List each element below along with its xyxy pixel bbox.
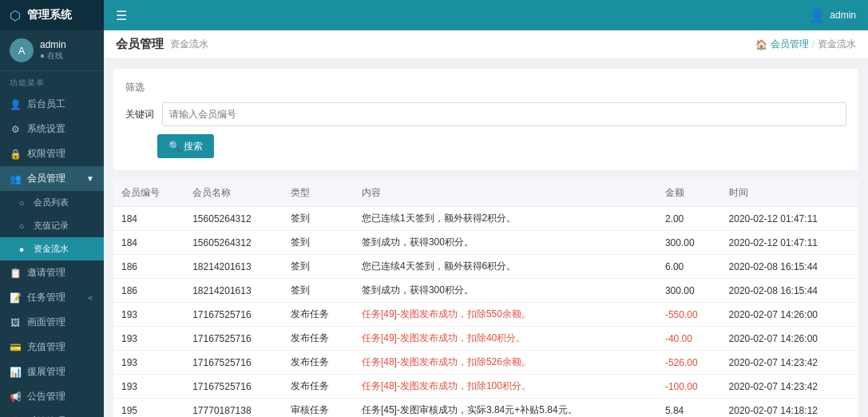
- members-icon: 👥: [10, 173, 21, 185]
- table-row: 18415605264312签到您已连续1天签到，额外获得2积分。2.00202…: [113, 207, 858, 231]
- page-title: 会员管理: [116, 37, 164, 52]
- filter-section-label: 筛选: [125, 81, 846, 94]
- user-name: admin: [40, 39, 66, 50]
- table-row: 18618214201613签到您已连续4天签到，额外获得6积分。6.00202…: [113, 255, 858, 279]
- cell-type: 签到: [283, 279, 354, 303]
- cell-time: 2020-02-07 14:26:00: [721, 327, 858, 351]
- user-info: admin ● 在线: [40, 39, 66, 62]
- sidebar: ⬡ 管理系统 A admin ● 在线 功能菜单 👤 后台员工 ⚙ 系统设置 🔒…: [0, 0, 104, 417]
- cell-amount: 6.00: [657, 255, 721, 279]
- cell-amount: 300.00: [657, 279, 721, 303]
- sidebar-item-recharge-management[interactable]: 💳 充值管理: [0, 335, 104, 359]
- task-icon: 📝: [10, 292, 21, 304]
- cell-type: 签到: [283, 255, 354, 279]
- filter-card: 筛选 关键词 🔍 搜索: [113, 69, 858, 170]
- sidebar-item-label: 充值管理: [27, 340, 65, 354]
- page-header: 会员管理 资金流水 🏠 会员管理 / 资金流水: [104, 30, 868, 59]
- keyword-input[interactable]: [162, 102, 846, 126]
- topbar-admin: 👤 admin: [809, 8, 856, 23]
- sidebar-item-announcement-management[interactable]: 📢 公告管理: [0, 384, 104, 409]
- table-row: 19317167525716发布任务任务[48]-发图发布成功，扣除100积分。…: [113, 375, 858, 399]
- sidebar-item-label: 邀请管理: [27, 266, 65, 280]
- cell-content: 任务[45]-发图审核成功，实际3.84元+补贴5.84元。: [354, 399, 657, 418]
- admin-avatar-icon: 👤: [809, 8, 825, 23]
- table-row: 19317167525716发布任务任务[49]-发图发布成功，扣除550余额。…: [113, 303, 858, 327]
- cell-amount: -550.00: [657, 303, 721, 327]
- table-row: 19517770187138审核任务任务[45]-发图审核成功，实际3.84元+…: [113, 399, 858, 418]
- cell-name: 18214201613: [184, 279, 283, 303]
- cell-name: 15605264312: [184, 207, 283, 231]
- cell-amount: -526.00: [657, 351, 721, 375]
- sidebar-item-member-list[interactable]: ○ 会员列表: [0, 191, 104, 214]
- sidebar-item-task-management[interactable]: 📝 任务管理 ＜: [0, 285, 104, 310]
- sidebar-user: A admin ● 在线: [0, 30, 104, 71]
- menu-toggle-icon[interactable]: ☰: [116, 8, 127, 23]
- table-row: 19317167525716发布任务任务[48]-发图发布成功，扣除526余额。…: [113, 351, 858, 375]
- cell-time: 2020-02-12 01:47:11: [721, 207, 858, 231]
- col-header-name: 会员名称: [184, 180, 283, 207]
- cell-time: 2020-02-07 14:23:42: [721, 351, 858, 375]
- sidebar-item-backend-staff[interactable]: 👤 后台员工: [0, 92, 104, 117]
- cell-name: 17167525716: [184, 303, 283, 327]
- cell-time: 2020-02-07 14:23:42: [721, 375, 858, 399]
- sidebar-item-member-management[interactable]: 👥 会员管理 ▼: [0, 166, 104, 191]
- cell-id: 193: [113, 327, 184, 351]
- data-table: 会员编号 会员名称 类型 内容 金额 时间 18415605264312签到您已…: [113, 180, 858, 417]
- cell-id: 193: [113, 351, 184, 375]
- sidebar-item-permission-management[interactable]: 🔒 权限管理: [0, 141, 104, 166]
- table-header-row: 会员编号 会员名称 类型 内容 金额 时间: [113, 180, 858, 207]
- main-content: ☰ 👤 admin 会员管理 资金流水 🏠 会员管理 / 资金流水 筛选 关键词: [104, 0, 868, 417]
- cell-name: 17167525716: [184, 375, 283, 399]
- chevron-right-icon: ＜: [86, 292, 94, 304]
- agent-icon: 📊: [10, 367, 21, 378]
- breadcrumb-item-1[interactable]: 会员管理: [771, 38, 809, 51]
- search-icon: 🔍: [168, 141, 180, 152]
- col-header-content: 内容: [354, 180, 657, 207]
- cell-id: 193: [113, 375, 184, 399]
- cell-id: 184: [113, 231, 184, 255]
- sidebar-item-label: 充值记录: [34, 220, 69, 232]
- circle-icon: ●: [16, 244, 27, 254]
- cell-content: 任务[48]-发图发布成功，扣除100积分。: [354, 375, 657, 399]
- app-logo-icon: ⬡: [10, 8, 21, 23]
- topbar: ☰ 👤 admin: [104, 0, 868, 30]
- cell-id: 186: [113, 279, 184, 303]
- avatar: A: [10, 38, 34, 62]
- sidebar-item-invite-management[interactable]: 📋 邀请管理: [0, 260, 104, 285]
- sidebar-item-label: 援展管理: [27, 365, 65, 379]
- breadcrumb: 🏠 会员管理 / 资金流水: [755, 38, 856, 51]
- sidebar-header: ⬡ 管理系统: [0, 0, 104, 30]
- cell-name: 18214201613: [184, 255, 283, 279]
- circle-icon: ○: [16, 221, 27, 231]
- sidebar-item-label: 会员管理: [27, 172, 65, 185]
- cell-time: 2020-02-12 01:47:11: [721, 231, 858, 255]
- sidebar-item-label: 会员列表: [34, 197, 69, 208]
- cell-id: 186: [113, 255, 184, 279]
- breadcrumb-separator: /: [812, 39, 814, 50]
- cell-time: 2020-02-07 14:26:00: [721, 303, 858, 327]
- filter-row: 关键词: [125, 102, 846, 126]
- col-header-id: 会员编号: [113, 180, 184, 207]
- announcement-icon: 📢: [10, 391, 21, 403]
- table-row: 19317167525716发布任务任务[49]-发图发布成功，扣除40积分。-…: [113, 327, 858, 351]
- sidebar-item-carousel-management[interactable]: 🖼 画面管理: [0, 310, 104, 335]
- cell-amount: -40.00: [657, 327, 721, 351]
- sidebar-item-system-settings[interactable]: ⚙ 系统设置: [0, 117, 104, 141]
- table-card: 会员编号 会员名称 类型 内容 金额 时间 18415605264312签到您已…: [113, 180, 858, 417]
- sidebar-item-label: 系统设置: [27, 122, 65, 136]
- search-button[interactable]: 🔍 搜索: [157, 134, 214, 158]
- sidebar-item-recharge-records[interactable]: ○ 充值记录: [0, 214, 104, 237]
- cell-type: 签到: [283, 207, 354, 231]
- sidebar-item-fund-flow[interactable]: ● 资金流水: [0, 237, 104, 260]
- breadcrumb-item-2: 资金流水: [818, 38, 856, 51]
- page-subtitle: 资金流水: [170, 38, 208, 51]
- recharge-icon: 💳: [10, 342, 21, 353]
- sidebar-item-label: 任务管理: [27, 291, 65, 304]
- sidebar-section-label-1: 功能菜单: [0, 71, 104, 92]
- col-header-amount: 金额: [657, 180, 721, 207]
- sidebar-item-feedback-management[interactable]: 💬 反馈管理: [0, 409, 104, 417]
- cell-type: 发布任务: [283, 351, 354, 375]
- sidebar-item-agent-management[interactable]: 📊 援展管理: [0, 359, 104, 384]
- col-header-time: 时间: [721, 180, 858, 207]
- cell-name: 17167525716: [184, 327, 283, 351]
